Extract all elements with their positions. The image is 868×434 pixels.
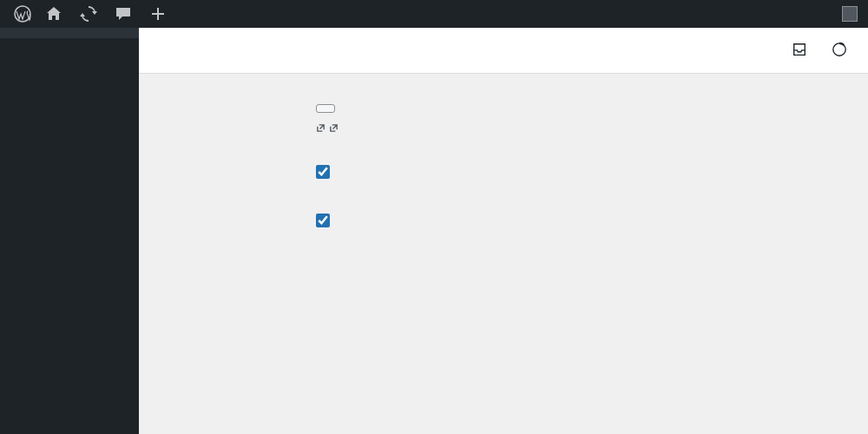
external-link-icon: [329, 123, 339, 133]
avatar: [842, 6, 858, 22]
wp-logo[interactable]: [7, 0, 38, 28]
progress-icon: [832, 42, 847, 57]
locations-table-header: [316, 91, 868, 98]
new-content-link[interactable]: [142, 0, 177, 28]
comments-link[interactable]: [108, 0, 142, 28]
store-locations-label: [160, 91, 316, 137]
updates-link[interactable]: [73, 0, 108, 28]
page-header: [139, 28, 868, 74]
activity-button[interactable]: [792, 42, 807, 59]
woocommerce-submenu: [0, 28, 139, 38]
updates-icon: [80, 5, 97, 23]
locations-help: [316, 120, 868, 137]
comment-icon: [115, 5, 132, 23]
plus-icon: [149, 5, 167, 23]
show-on-map-checkbox[interactable]: [316, 165, 330, 179]
show-on-map-label: [160, 165, 316, 186]
store-selector-label: [160, 214, 316, 234]
finish-setup-button[interactable]: [832, 42, 847, 59]
home-icon: [45, 5, 62, 23]
external-link-icon: [316, 123, 326, 133]
inbox-icon: [792, 42, 807, 57]
account-link[interactable]: [837, 6, 861, 22]
site-name-link[interactable]: [38, 0, 73, 28]
add-location-button[interactable]: [316, 104, 335, 113]
admin-toolbar: [0, 0, 868, 28]
store-selector-checkbox[interactable]: [316, 214, 330, 227]
admin-sidebar: [0, 28, 139, 434]
